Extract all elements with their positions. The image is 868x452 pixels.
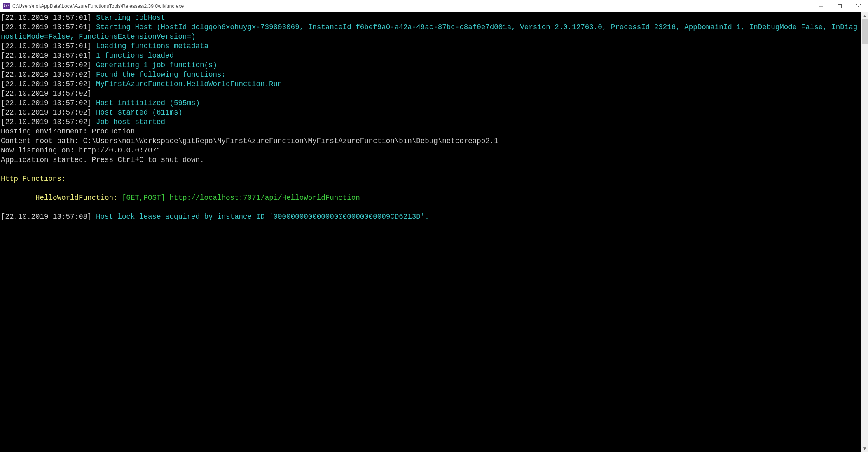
console-output[interactable]: [22.10.2019 13:57:01] Starting JobHost [… bbox=[0, 12, 861, 452]
minimize-button[interactable] bbox=[811, 0, 830, 12]
log-timestamp: [22.10.2019 13:57:02] bbox=[1, 108, 96, 117]
log-line: Application started. Press Ctrl+C to shu… bbox=[1, 156, 204, 164]
scroll-down-arrow-icon[interactable]: ▼ bbox=[861, 445, 868, 452]
scroll-up-arrow-icon[interactable]: ▲ bbox=[861, 12, 868, 19]
console-area: [22.10.2019 13:57:01] Starting JobHost [… bbox=[0, 12, 868, 452]
scroll-thumb[interactable] bbox=[862, 19, 868, 44]
maximize-button[interactable] bbox=[830, 0, 849, 12]
close-icon bbox=[856, 4, 861, 8]
close-button[interactable] bbox=[849, 0, 868, 12]
http-functions-header: Http Functions: bbox=[1, 175, 66, 183]
window-controls bbox=[811, 0, 868, 12]
window-title: C:\Users\noi\AppData\Local\AzureFunction… bbox=[12, 3, 811, 9]
maximize-icon bbox=[838, 4, 842, 8]
log-message: Loading functions metadata bbox=[96, 42, 208, 50]
svg-rect-1 bbox=[838, 4, 842, 8]
log-message: Found the following functions: bbox=[96, 70, 226, 79]
log-timestamp: [22.10.2019 13:57:02] bbox=[1, 89, 96, 98]
log-message: MyFirstAzureFunction.HelloWorldFunction.… bbox=[96, 80, 282, 88]
log-message: Host started (611ms) bbox=[96, 108, 182, 117]
window-titlebar: C:\ C:\Users\noi\AppData\Local\AzureFunc… bbox=[0, 0, 868, 12]
log-timestamp: [22.10.2019 13:57:01] bbox=[1, 42, 96, 50]
log-timestamp: [22.10.2019 13:57:02] bbox=[1, 118, 96, 126]
log-message: Host lock lease acquired by instance ID … bbox=[96, 213, 429, 221]
log-line: Content root path: C:\Users\noi\Workspac… bbox=[1, 137, 498, 145]
log-message: Host initialized (595ms) bbox=[96, 99, 200, 107]
log-message: Starting Host (HostId=dolgqoh6xohuygx-73… bbox=[1, 23, 857, 41]
log-timestamp: [22.10.2019 13:57:02] bbox=[1, 80, 96, 88]
minimize-icon bbox=[819, 4, 823, 8]
log-timestamp: [22.10.2019 13:57:01] bbox=[1, 14, 96, 22]
log-timestamp: [22.10.2019 13:57:01] bbox=[1, 52, 96, 60]
log-line: Now listening on: http://0.0.0.0:7071 bbox=[1, 146, 161, 155]
function-name: HelloWorldFunction: bbox=[35, 194, 122, 202]
log-message: 1 functions loaded bbox=[96, 52, 174, 60]
function-methods: [GET,POST] bbox=[122, 194, 170, 202]
log-timestamp: [22.10.2019 13:57:02] bbox=[1, 70, 96, 79]
log-timestamp: [22.10.2019 13:57:02] bbox=[1, 99, 96, 107]
log-line: Hosting environment: Production bbox=[1, 127, 135, 136]
function-indent bbox=[1, 194, 35, 202]
app-icon: C:\ bbox=[3, 3, 10, 9]
log-message: Job host started bbox=[96, 118, 165, 126]
function-url: http://localhost:7071/api/HelloWorldFunc… bbox=[170, 194, 360, 202]
log-message: Generating 1 job function(s) bbox=[96, 61, 217, 69]
vertical-scrollbar[interactable]: ▲ ▼ bbox=[861, 12, 868, 452]
log-message: Starting JobHost bbox=[96, 14, 165, 22]
log-timestamp: [22.10.2019 13:57:01] bbox=[1, 23, 96, 31]
log-timestamp: [22.10.2019 13:57:02] bbox=[1, 61, 96, 69]
log-timestamp: [22.10.2019 13:57:08] bbox=[1, 213, 96, 221]
